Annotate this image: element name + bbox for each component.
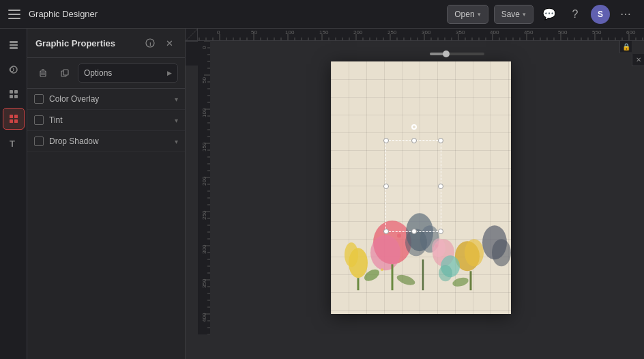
svg-rect-11 bbox=[10, 119, 13, 123]
drop-shadow-caret: ▾ bbox=[175, 138, 178, 145]
duplicate-icon[interactable] bbox=[56, 64, 74, 82]
canvas-area: 🔒 ✕ bbox=[186, 29, 644, 359]
svg-rect-12 bbox=[14, 119, 18, 123]
svg-point-35 bbox=[432, 238, 445, 257]
svg-point-47 bbox=[435, 244, 439, 247]
options-caret: ▶ bbox=[167, 70, 172, 76]
svg-point-37 bbox=[465, 239, 484, 266]
options-label: Options bbox=[84, 68, 164, 78]
canvas-content[interactable]: 🔒 ✕ bbox=[198, 41, 644, 334]
tint-label: Tint bbox=[49, 115, 169, 125]
panel-toolbar: Options ▶ bbox=[27, 58, 185, 89]
sidebar-icon-layers[interactable] bbox=[3, 34, 25, 56]
svg-rect-2 bbox=[10, 47, 18, 49]
properties-panel: Graphic Properties i ✕ bbox=[27, 29, 186, 359]
canvas-close-icon[interactable]: ✕ bbox=[632, 54, 644, 66]
selection-rotate-handle[interactable] bbox=[411, 124, 417, 130]
svg-rect-9 bbox=[10, 115, 13, 118]
open-button[interactable]: Open ▾ bbox=[447, 5, 488, 24]
svg-rect-10 bbox=[14, 115, 18, 118]
svg-rect-1 bbox=[10, 44, 18, 46]
sidebar-icon-effects[interactable] bbox=[3, 59, 25, 81]
effect-color-overlay[interactable]: Color Overlay ▾ bbox=[27, 89, 185, 110]
open-caret: ▾ bbox=[478, 11, 481, 18]
sidebar-icon-text[interactable]: T bbox=[3, 132, 25, 154]
sidebar-icon-grid[interactable] bbox=[3, 83, 25, 105]
svg-point-42 bbox=[396, 272, 416, 287]
ruler-corner bbox=[186, 29, 198, 41]
more-icon[interactable]: ⋯ bbox=[615, 5, 636, 24]
delete-icon[interactable] bbox=[34, 64, 52, 82]
options-dropdown[interactable]: Options ▶ bbox=[78, 63, 178, 83]
menu-icon[interactable] bbox=[8, 7, 23, 22]
save-button[interactable]: Save ▾ bbox=[494, 5, 533, 24]
top-actions: Open ▾ Save ▾ 💬 ? S ⋯ bbox=[447, 5, 636, 24]
svg-text:i: i bbox=[149, 41, 151, 47]
panel-title: Graphic Properties bbox=[35, 38, 143, 48]
svg-point-43 bbox=[452, 276, 469, 288]
svg-line-23 bbox=[186, 29, 198, 41]
svg-rect-22 bbox=[63, 70, 68, 75]
color-overlay-label: Color Overlay bbox=[49, 94, 169, 104]
drop-shadow-checkbox[interactable] bbox=[34, 137, 44, 146]
sidebar-icon-components[interactable] bbox=[3, 108, 25, 130]
svg-point-45 bbox=[439, 265, 452, 281]
avatar[interactable]: S bbox=[591, 5, 610, 24]
svg-point-40 bbox=[492, 239, 511, 266]
selection-handle-ml[interactable] bbox=[383, 184, 389, 189]
effects-list: Color Overlay ▾ Tint ▾ Drop Shadow ▾ bbox=[27, 89, 185, 152]
close-icon[interactable]: ✕ bbox=[162, 35, 177, 51]
icon-sidebar: T bbox=[0, 29, 27, 359]
zoom-slider[interactable] bbox=[430, 53, 484, 55]
zoom-slider-thumb[interactable] bbox=[443, 51, 450, 57]
panel-header: Graphic Properties i ✕ bbox=[27, 29, 185, 58]
effect-drop-shadow[interactable]: Drop Shadow ▾ bbox=[27, 131, 185, 152]
svg-point-46 bbox=[397, 233, 401, 238]
info-icon[interactable]: i bbox=[143, 35, 158, 51]
selection-handle-tm[interactable] bbox=[411, 138, 417, 143]
selection-handle-bl[interactable] bbox=[383, 229, 389, 234]
drop-shadow-label: Drop Shadow bbox=[49, 137, 169, 146]
selection-handle-br[interactable] bbox=[438, 229, 443, 234]
color-overlay-caret: ▾ bbox=[175, 96, 178, 103]
color-overlay-checkbox[interactable] bbox=[34, 94, 44, 104]
panel-icons: i ✕ bbox=[143, 35, 177, 51]
save-caret: ▾ bbox=[523, 11, 526, 18]
selection-box[interactable] bbox=[385, 140, 441, 232]
topbar: Graphic Designer Open ▾ Save ▾ 💬 ? S ⋯ bbox=[0, 0, 644, 29]
svg-point-28 bbox=[370, 235, 400, 270]
svg-text:T: T bbox=[10, 139, 15, 149]
selection-handle-mr[interactable] bbox=[438, 184, 443, 189]
main: T Graphic Properties i ✕ bbox=[0, 29, 644, 359]
svg-rect-5 bbox=[10, 90, 13, 94]
svg-point-48 bbox=[381, 268, 383, 271]
app-title: Graphic Designer bbox=[29, 9, 441, 19]
vertical-ruler bbox=[198, 41, 210, 334]
selection-handle-bm[interactable] bbox=[411, 229, 417, 234]
svg-rect-0 bbox=[10, 41, 18, 43]
chat-icon[interactable]: 💬 bbox=[539, 5, 559, 24]
svg-rect-8 bbox=[14, 95, 18, 98]
lock-icon[interactable]: 🔒 bbox=[619, 41, 632, 53]
ruler-top bbox=[186, 29, 644, 41]
help-icon[interactable]: ? bbox=[565, 5, 585, 24]
tint-checkbox[interactable] bbox=[34, 115, 44, 125]
design-canvas[interactable] bbox=[331, 61, 511, 314]
svg-rect-6 bbox=[14, 90, 18, 94]
selection-handle-tl[interactable] bbox=[383, 138, 389, 143]
horizontal-ruler bbox=[186, 29, 644, 40]
effect-tint[interactable]: Tint ▾ bbox=[27, 110, 185, 131]
selection-handle-tr[interactable] bbox=[438, 138, 443, 143]
svg-rect-7 bbox=[10, 95, 13, 98]
svg-point-25 bbox=[345, 242, 358, 267]
tint-caret: ▾ bbox=[175, 117, 178, 124]
